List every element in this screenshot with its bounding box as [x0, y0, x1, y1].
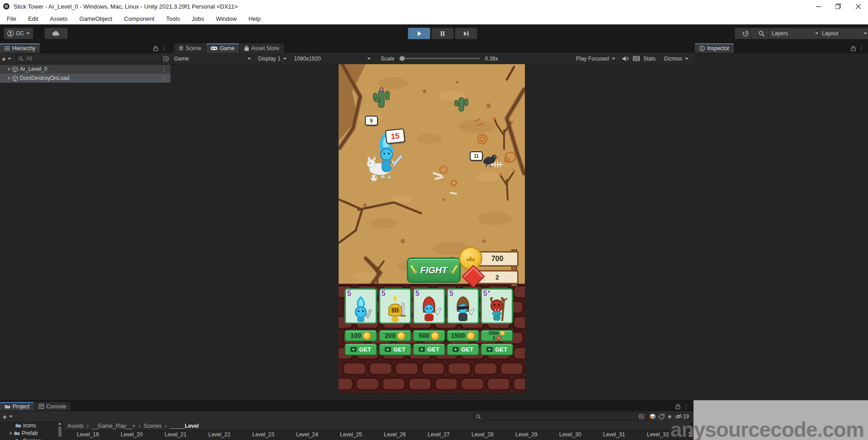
tab-console[interactable]: Console	[34, 402, 71, 411]
kebab-menu-icon[interactable]: ⋮	[859, 45, 864, 51]
scale-slider[interactable]	[399, 58, 480, 59]
close-button[interactable]	[848, 0, 868, 13]
file-level-32[interactable]: Level_32	[647, 431, 669, 438]
project-search[interactable]	[473, 412, 647, 421]
scrollbar-thumb[interactable]	[58, 426, 61, 437]
price-button-3[interactable]: 500	[413, 330, 445, 342]
resolution-dropdown[interactable]: 1080x1920	[290, 53, 374, 64]
kebab-menu-icon[interactable]: ⋮	[161, 45, 167, 51]
tree-item-icons[interactable]: Icons	[0, 421, 63, 429]
menu-assets[interactable]: Assets	[44, 13, 73, 24]
hierarchy-search[interactable]	[16, 54, 161, 63]
tree-scrollbar[interactable]	[57, 422, 62, 440]
account-button[interactable]: GC	[4, 28, 33, 39]
package-icon[interactable]	[649, 413, 656, 420]
layout-dropdown[interactable]: Layout	[818, 28, 868, 39]
scene-picker-icon[interactable]	[163, 56, 169, 61]
unit-card-bandit[interactable]: 5	[447, 288, 479, 324]
mute-audio-icon[interactable]	[623, 56, 629, 61]
file-level-28[interactable]: Level_28	[472, 431, 494, 438]
menu-jobs[interactable]: Jobs	[186, 13, 210, 24]
lock-icon[interactable]	[851, 46, 856, 51]
get-button-1[interactable]: GET	[344, 343, 377, 356]
cloud-button[interactable]	[44, 28, 68, 39]
project-search-input[interactable]	[483, 413, 637, 420]
unit-card-red-hood[interactable]: 5	[413, 288, 445, 324]
breadcrumb-assets[interactable]: Assets	[67, 423, 84, 429]
minimize-button[interactable]	[808, 0, 828, 13]
file-level-29[interactable]: Level_29	[515, 431, 538, 438]
expand-arrow-icon[interactable]	[10, 431, 12, 435]
pause-button[interactable]	[431, 28, 454, 39]
price-button-5[interactable]: 5000 5	[481, 330, 513, 342]
tab-inspector[interactable]: Inspector	[695, 43, 734, 53]
menu-help[interactable]: Help	[243, 13, 267, 24]
file-level-20[interactable]: Level_20	[121, 431, 143, 438]
file-level-27[interactable]: Level_27	[428, 431, 450, 438]
stats-button[interactable]: Stats	[643, 56, 656, 62]
expand-arrow-icon[interactable]	[8, 67, 10, 71]
play-button[interactable]	[408, 28, 430, 39]
restore-button[interactable]	[828, 0, 848, 13]
scale-slider-knob[interactable]	[400, 56, 405, 61]
kebab-menu-icon[interactable]: ⋮	[161, 75, 167, 81]
file-level-24[interactable]: Level_24	[296, 431, 318, 438]
menu-tools[interactable]: Tools	[160, 13, 186, 24]
price-button-4[interactable]: 1500	[447, 330, 479, 342]
file-level-26[interactable]: Level_26	[384, 431, 406, 438]
fight-button[interactable]: FIGHT	[407, 257, 461, 283]
get-button-5[interactable]: GET	[481, 343, 513, 356]
breadcrumb-scenes[interactable]: Scenes	[143, 423, 161, 429]
tab-asset-store[interactable]: Asset Store	[240, 43, 284, 53]
file-level-31[interactable]: Level_31	[603, 431, 625, 438]
lock-icon[interactable]	[153, 46, 158, 51]
kebab-menu-icon[interactable]: ⋮	[683, 403, 689, 409]
get-button-3[interactable]: GET	[413, 343, 445, 356]
unit-card-demon[interactable]: 5✦	[481, 288, 513, 324]
price-button-1[interactable]: 100	[344, 330, 377, 342]
hierarchy-search-input[interactable]	[25, 55, 159, 62]
tab-game[interactable]: Game	[206, 43, 239, 53]
hierarchy-row-dontdestroyonload[interactable]: DontDestroyOnLoad ⋮	[0, 74, 170, 83]
file-level-25[interactable]: Level_25	[340, 431, 362, 438]
get-button-2[interactable]: GET	[379, 343, 411, 356]
price-button-2[interactable]: 200	[379, 330, 411, 342]
file-level-30[interactable]: Level_30	[559, 431, 581, 438]
lock-icon[interactable]	[675, 404, 680, 409]
breadcrumb-game-play[interactable]: __Game_Play__+	[92, 423, 135, 429]
expand-arrow-icon[interactable]	[8, 76, 10, 80]
vsync-grid-icon[interactable]	[633, 56, 640, 61]
display-mode-dropdown[interactable]: Game	[170, 53, 255, 64]
file-level-21[interactable]: Level_21	[165, 431, 187, 438]
scroll-up-icon[interactable]	[58, 422, 61, 425]
menu-window[interactable]: Window	[210, 13, 242, 24]
menu-gameobject[interactable]: GameObject	[73, 13, 118, 24]
file-level-19[interactable]: Level_19	[77, 431, 99, 438]
hierarchy-row-scene[interactable]: Ar_Level_0 ⋮	[0, 65, 170, 74]
tab-project[interactable]: Project	[0, 402, 34, 411]
breadcrumb-level[interactable]: _____Level	[170, 423, 198, 429]
add-object-button[interactable]: +	[2, 55, 6, 63]
tree-item-prefab[interactable]: Prefab	[0, 429, 63, 437]
chevron-down-icon[interactable]	[8, 58, 11, 60]
chevron-down-icon[interactable]	[9, 416, 13, 417]
search-filter-icon[interactable]	[639, 414, 644, 419]
step-button[interactable]	[455, 28, 477, 39]
game-viewport[interactable]: 5 15 11 FIGHT 700	[339, 64, 525, 393]
file-level-22[interactable]: Level_22	[208, 431, 231, 438]
gizmos-dropdown[interactable]: Gizmos	[660, 53, 692, 64]
unit-card-knight[interactable]: 5	[379, 288, 411, 324]
menu-file[interactable]: File	[1, 13, 22, 24]
kebab-menu-icon[interactable]: ⋮	[161, 66, 167, 72]
tab-hierarchy[interactable]: Hierarchy	[0, 43, 40, 53]
layers-dropdown[interactable]: Layers	[768, 28, 822, 39]
tree-item-scenes[interactable]: Scenes	[0, 437, 63, 440]
menu-component[interactable]: Component	[118, 13, 160, 24]
display-dropdown[interactable]: Display 1	[255, 53, 290, 64]
unit-card-ice[interactable]: 5	[344, 288, 377, 324]
add-asset-button[interactable]: +	[3, 413, 7, 421]
play-focused-dropdown[interactable]: Play Focused	[572, 53, 619, 64]
file-level-23[interactable]: Level_23	[252, 431, 274, 438]
tab-scene[interactable]: Scene	[174, 43, 206, 53]
menu-edit[interactable]: Edit	[22, 13, 44, 24]
